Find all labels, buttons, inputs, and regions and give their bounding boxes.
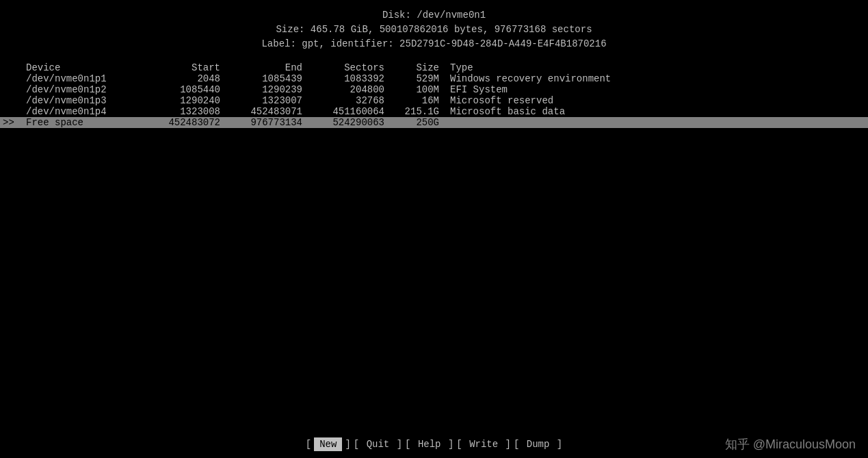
row-size: 215.1G: [390, 106, 445, 117]
table-row: /dev/nvme0n1p4 1323008 452483071 4511600…: [0, 106, 868, 117]
row-size: 529M: [390, 73, 445, 84]
disk-header: Disk: /dev/nvme0n1 Size: 465.78 GiB, 500…: [0, 5, 868, 57]
row-end: 1290239: [226, 84, 308, 95]
btn-quit[interactable]: Quit: [365, 437, 391, 451]
free-space-start: 452483072: [144, 117, 226, 128]
row-selector: [0, 106, 21, 117]
col-header-start: Start: [144, 62, 226, 73]
btn-wrapper-write: [ Write ]: [456, 437, 511, 451]
row-sectors: 1083392: [308, 73, 390, 84]
table-header-row: Device Start End Sectors Size Type: [0, 62, 868, 73]
table-row: /dev/nvme0n1p3 1290240 1323007 32768 16M…: [0, 95, 868, 106]
col-header-size: Size: [390, 62, 445, 73]
row-device: /dev/nvme0n1p2: [21, 84, 144, 95]
free-space-label: Free space: [21, 117, 144, 128]
disk-title: Disk: /dev/nvme0n1: [0, 8, 868, 23]
row-type: Windows recovery environment: [445, 73, 868, 84]
col-header-sectors: Sectors: [308, 62, 390, 73]
btn-bracket-close: ]: [391, 439, 402, 450]
row-end: 1323007: [226, 95, 308, 106]
row-selector: [0, 95, 21, 106]
btn-write[interactable]: Write: [468, 437, 499, 451]
row-start: 2048: [144, 73, 226, 84]
free-space-selector: >>: [0, 117, 21, 128]
col-header-end: End: [226, 62, 308, 73]
free-space-row[interactable]: >> Free space 452483072 976773134 524290…: [0, 117, 868, 128]
btn-bracket-open: [: [514, 439, 525, 450]
row-size: 16M: [390, 95, 445, 106]
free-space-type: [445, 117, 868, 128]
row-size: 100M: [390, 84, 445, 95]
row-selector: [0, 73, 21, 84]
row-type: EFI System: [445, 84, 868, 95]
col-header-selector: [0, 62, 21, 73]
btn-bracket-close: ]: [443, 439, 454, 450]
btn-bracket-open: [: [306, 439, 311, 450]
row-sectors: 32768: [308, 95, 390, 106]
table-row: /dev/nvme0n1p1 2048 1085439 1083392 529M…: [0, 73, 868, 84]
table-row: /dev/nvme0n1p2 1085440 1290239 204800 10…: [0, 84, 868, 95]
row-type: Microsoft basic data: [445, 106, 868, 117]
row-start: 1323008: [144, 106, 226, 117]
btn-bracket-open: [: [354, 439, 365, 450]
free-space-sectors: 524290063: [308, 117, 390, 128]
row-start: 1290240: [144, 95, 226, 106]
col-header-type: Type: [445, 62, 868, 73]
row-end: 452483071: [226, 106, 308, 117]
row-sectors: 204800: [308, 84, 390, 95]
row-start: 1085440: [144, 84, 226, 95]
partition-table: Device Start End Sectors Size Type /dev/…: [0, 62, 868, 128]
btn-wrapper-help: [ Help ]: [405, 437, 453, 451]
btn-bracket-close: ]: [551, 439, 562, 450]
btn-wrapper-quit: [ Quit ]: [354, 437, 402, 451]
btn-bracket-close: ]: [499, 439, 511, 450]
btn-help[interactable]: Help: [417, 437, 443, 451]
row-device: /dev/nvme0n1p3: [21, 95, 144, 106]
disk-size: Size: 465.78 GiB, 500107862016 bytes, 97…: [0, 23, 868, 37]
btn-bracket-close: ]: [345, 439, 350, 450]
row-sectors: 451160064: [308, 106, 390, 117]
watermark: 知乎 @MiraculousMoon: [720, 431, 861, 458]
btn-wrapper-dump: [ Dump ]: [514, 437, 562, 451]
row-end: 1085439: [226, 73, 308, 84]
terminal-window: Disk: /dev/nvme0n1 Size: 465.78 GiB, 500…: [0, 0, 868, 458]
row-device: /dev/nvme0n1p4: [21, 106, 144, 117]
free-space-size: 250G: [390, 117, 445, 128]
row-type: Microsoft reserved: [445, 95, 868, 106]
btn-new[interactable]: New: [314, 437, 342, 451]
row-selector: [0, 84, 21, 95]
disk-label: Label: gpt, identifier: 25D2791C-9D48-28…: [0, 37, 868, 51]
row-device: /dev/nvme0n1p1: [21, 73, 144, 84]
btn-bracket-open: [: [456, 439, 468, 450]
btn-bracket-open: [: [405, 439, 417, 450]
btn-dump[interactable]: Dump: [525, 437, 551, 451]
free-space-end: 976773134: [226, 117, 308, 128]
col-header-device: Device: [21, 62, 144, 73]
